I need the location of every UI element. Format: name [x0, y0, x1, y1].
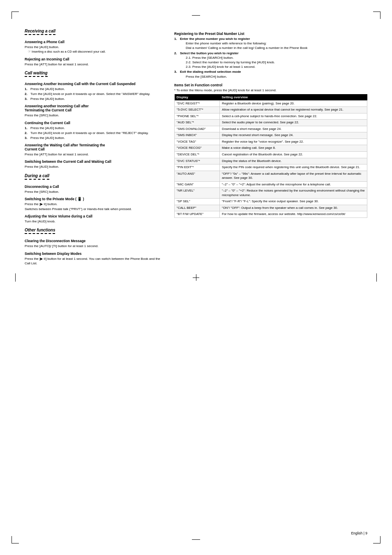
registering-list: 1. Enter the phone number you wish to re… [174, 37, 367, 79]
answering-phone-note: ☞ Inserting a disc such as a CD will dis… [28, 50, 164, 54]
during-call-section: During a call Disconnecting a Call Press… [25, 173, 164, 224]
list-item: 3.Press the [AUD] button. [25, 97, 164, 101]
table-cell-setting: Display the status of the Bluetooth devi… [220, 158, 367, 164]
switching-private-line1: Press the [▶ II] button. [25, 202, 164, 206]
switching-display-title: Switching between Display Modes [25, 252, 164, 256]
rejecting-line1: Press the [ATT] button for at least 1 se… [25, 62, 164, 67]
table-cell-display: "SMS DOWNLOAD" [175, 126, 220, 132]
table-cell-display: "DVC REGIST"* [175, 100, 220, 107]
continuing-current-list: 1.Press the [AUD] button. 2.Turn the [AU… [25, 126, 164, 141]
table-cell-setting: "OFF"/ "0s" – "99s": Answer a call autom… [220, 171, 367, 181]
items-set-note: * To enter the Menu mode, press the [AUD… [174, 88, 367, 92]
list-item: 2.Turn the [AUD] knob or push it towards… [25, 92, 164, 96]
corner-mark-br [373, 536, 380, 543]
answering-another-suspended-list: 1.Press the [AUD] button. 2.Turn the [AU… [25, 87, 164, 102]
table-row: "MIC GAIN""–2" – "0" – "+2": Adjust the … [175, 181, 367, 188]
call-waiting-title: Call waiting [25, 71, 48, 77]
table-cell-display: "SMS INBOX" [175, 132, 220, 139]
table-row: "VOICE TAG"Register the voice tag for "v… [175, 139, 367, 145]
table-header-display: Display [175, 94, 220, 101]
items-set-title: Items Set in Function control [174, 83, 367, 87]
list-item: 3.Press the [AUD] button. [25, 136, 164, 140]
center-crosshair [193, 274, 199, 281]
crosshair-right [376, 273, 377, 282]
table-row: "DVC STATUS"*Display the status of the B… [175, 158, 367, 164]
items-set-section: Items Set in Function control * To enter… [174, 83, 367, 218]
switching-calls-line: Press the [AUD] button. [25, 164, 164, 169]
table-row: "BT F/W UPDATE"For how to update the fir… [175, 211, 367, 218]
table-cell-display: "NR LEVEL" [175, 188, 220, 199]
items-table: Display Setting overview "DVC REGIST"*Re… [174, 94, 367, 218]
corner-mark-tl [12, 12, 19, 19]
continuing-current-title: Continuing the Current Call [25, 121, 164, 125]
list-item: 2. Select the button you wish to registe… [174, 51, 367, 69]
switching-calls-title: Switching between the Current Call and W… [25, 160, 164, 164]
list-item: 1.Press the [AUD] button. [25, 87, 164, 91]
list-item: 2.Turn the [AUD] knob or push it towards… [25, 131, 164, 135]
clearing-disconnection-line: Press the [AUTO]/ [TI] button for at lea… [25, 244, 164, 248]
table-row: "AUD SEL"*Select the audio player to be … [175, 120, 367, 126]
table-row: "SP SEL""Front"/ "F-R"/ "F-L": Specify t… [175, 199, 367, 205]
table-cell-setting: Register the voice tag for "voice recogn… [220, 139, 367, 145]
table-cell-setting: Cancel registration of the Bluetooth dev… [220, 152, 367, 158]
table-row: "NR LEVEL""–2" – "0" – "+2": Reduce the … [175, 188, 367, 199]
corner-mark-bl [12, 536, 19, 543]
crosshair-left [15, 273, 16, 282]
table-cell-setting: "–2" – "0" – "+2": Adjust the sensitivit… [220, 181, 367, 188]
table-cell-setting: "ON"/ "OFF": Output a beep from the spea… [220, 205, 367, 211]
table-cell-setting: Display the received short message. See … [220, 132, 367, 139]
table-cell-display: "BT F/W UPDATE" [175, 211, 220, 218]
table-cell-display: "DVC STATUS"* [175, 158, 220, 164]
left-column: Receiving a call Answering a Phone Call … [25, 29, 164, 266]
table-cell-setting: Download a short message. See page 24. [220, 126, 367, 132]
reg-sub2: 2-1. Press the [SEARCH] button. 2-2. Sel… [186, 56, 367, 69]
table-cell-display: "AUTO ANS" [175, 171, 220, 181]
main-content: Receiving a call Answering a Phone Call … [25, 29, 367, 266]
receiving-title: Receiving a call [25, 29, 55, 35]
answering-waiting-terminating-title: Answering the Waiting Call after Termina… [25, 143, 164, 151]
adjusting-volume-title: Adjusting the Voice Volume during a Call [25, 214, 164, 218]
answering-waiting-line: Press the [ATT] button for at least 1 se… [25, 152, 164, 157]
table-row: "DEVICE DEL"*Cancel registration of the … [175, 152, 367, 158]
answering-another-terminating-title: Answering another Incoming Call afterTer… [25, 104, 164, 112]
during-call-title: During a call [25, 173, 49, 180]
table-cell-display: "SP SEL" [175, 199, 220, 205]
disconnecting-line: Press the [SRC] button. [25, 190, 164, 194]
table-row: "PIN EDIT"*Specify the PIN code required… [175, 164, 367, 171]
table-row: "VOICE RECOG"Make a voice dialing call. … [175, 145, 367, 152]
receiving-section: Receiving a call Answering a Phone Call … [25, 29, 164, 67]
disconnecting-title: Disconnecting a Call [25, 185, 164, 189]
table-cell-display: "PHONE SEL"* [175, 113, 220, 120]
table-cell-display: "5-DVC SELECT"* [175, 107, 220, 113]
crosshair-top [192, 15, 200, 16]
clearing-disconnection-title: Clearing the Disconnection Message [25, 239, 164, 243]
table-cell-setting: Select a cell-phone subject to hands-fre… [220, 113, 367, 120]
answering-another-suspended-title: Answering Another Incoming Call with the… [25, 82, 164, 86]
other-functions-title: Other functions [25, 228, 55, 234]
answering-another-terminating-line: Press the [SRC] button. [25, 113, 164, 118]
table-cell-setting: Specify the PIN code required when regis… [220, 164, 367, 171]
table-cell-setting: Select the audio player to be connected.… [220, 120, 367, 126]
table-row: "SMS DOWNLOAD"Download a short message. … [175, 126, 367, 132]
registering-title: Registering to the Preset Dial Number Li… [174, 32, 367, 36]
table-cell-setting: Register a Bluetooth device (pairing). S… [220, 100, 367, 107]
list-item: 1. Enter the phone number you wish to re… [174, 37, 367, 51]
right-column: Registering to the Preset Dial Number Li… [174, 29, 367, 266]
registering-section: Registering to the Preset Dial Number Li… [174, 32, 367, 79]
answering-phone-title: Answering a Phone Call [25, 40, 164, 44]
table-cell-setting: "Front"/ "F-R"/ "F-L": Specify the voice… [220, 199, 367, 205]
table-cell-setting: Make a voice dialing call. See page 8. [220, 145, 367, 152]
table-cell-display: "CALL BEEP" [175, 205, 220, 211]
table-cell-display: "VOICE TAG" [175, 139, 220, 145]
page-footer: English | 9 [351, 531, 367, 535]
switching-display-line: Press the [▶ II] button for at least 1 s… [25, 257, 164, 266]
table-row: "DVC REGIST"*Register a Bluetooth device… [175, 100, 367, 107]
page: Receiving a call Answering a Phone Call … [0, 0, 392, 555]
table-row: "PHONE SEL"*Select a cell-phone subject … [175, 113, 367, 120]
switching-private-title: Switching to the Private Mode ( 📱 ) [25, 197, 164, 201]
call-waiting-section: Call waiting Answering Another Incoming … [25, 71, 164, 169]
table-cell-display: "AUD SEL"* [175, 120, 220, 126]
rejecting-title: Rejecting an Incoming Call [25, 57, 164, 61]
other-functions-section: Other functions Clearing the Disconnecti… [25, 228, 164, 266]
table-cell-setting: For how to update the firmware, access o… [220, 211, 367, 218]
